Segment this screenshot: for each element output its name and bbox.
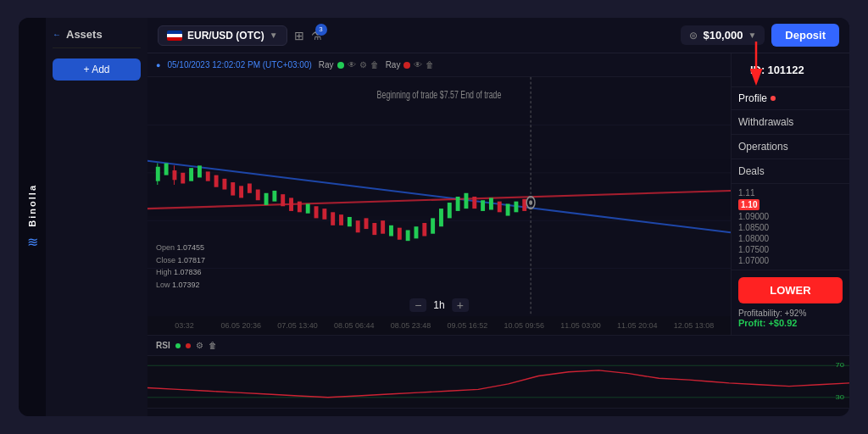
svg-rect-21 (256, 190, 260, 201)
sidebar: ← Assets + Add (46, 18, 147, 416)
profile-status-dot (771, 96, 776, 101)
svg-rect-18 (231, 182, 235, 196)
high-value: 1.07836 (174, 268, 202, 276)
main-column: EUR/USD (OTC) ▼ ⊞ ⚗ 3 ⊜ $10,000 ▼ Deposi… (147, 18, 849, 416)
svg-rect-44 (448, 203, 452, 218)
asset-name: EUR/USD (OTC) (187, 30, 264, 42)
svg-rect-35 (372, 223, 376, 235)
svg-rect-39 (406, 230, 410, 241)
current-price-badge: 1.10 (738, 199, 760, 210)
xaxis-label-7: 11.05 03:00 (553, 321, 609, 330)
ohlc-display: Open 1.07455 Close 1.07817 High 1.07836 … (156, 242, 205, 291)
ray2-label: Ray (386, 60, 401, 70)
price-09000: 1.09000 (738, 211, 843, 222)
svg-rect-38 (398, 228, 402, 240)
svg-text:30: 30 (836, 393, 845, 401)
id-display: ID: 101122 (738, 58, 843, 81)
xaxis-label-0: 03:32 (156, 321, 213, 330)
xaxis-label-9: 12.05 13:08 (665, 321, 722, 330)
svg-rect-27 (306, 203, 310, 213)
svg-rect-49 (489, 198, 493, 209)
operations-menu-item[interactable]: Operations (732, 135, 849, 159)
lower-button[interactable]: LOWER (738, 277, 843, 303)
chart-type-icon[interactable]: ⊞ (294, 29, 304, 42)
ray2-red-dot (403, 62, 410, 69)
candlestick-chart: Beginning of trade $7.57 End of trade (147, 77, 731, 316)
xaxis-label-6: 10.05 09:56 (496, 321, 553, 330)
time-controls: − 1h + (409, 298, 469, 312)
time-plus-button[interactable]: + (452, 298, 469, 312)
indicator-badge: 3 (315, 24, 327, 36)
dropdown-arrow-icon: ▼ (270, 31, 278, 40)
right-panel: ID: 101122 Profile Withdrawals Operation… (731, 53, 849, 335)
svg-rect-9 (164, 164, 169, 175)
rsi-green-dot (175, 343, 181, 348)
withdrawals-menu-item[interactable]: Withdrawals (732, 110, 849, 135)
svg-rect-19 (239, 186, 243, 198)
sidebar-title: Assets (66, 28, 103, 41)
brand-bar: Binolla ≋ (19, 18, 46, 416)
ray1-eye-icon[interactable]: 👁 (348, 60, 356, 70)
portfolio-section: Portfolio No open trades (147, 408, 849, 416)
svg-rect-13 (189, 168, 193, 181)
svg-rect-52 (514, 202, 518, 213)
svg-rect-42 (431, 218, 435, 233)
rsi-red-dot (186, 343, 191, 348)
rsi-bar: RSI ⚙ 🗑 (147, 336, 849, 356)
ray2-eye-icon[interactable]: 👁 (414, 60, 422, 70)
time-minus-button[interactable]: − (409, 298, 426, 312)
svg-rect-34 (364, 218, 369, 229)
balance-display[interactable]: ⊜ $10,000 ▼ (681, 25, 765, 45)
chart-svg-area: Beginning of trade $7.57 End of trade Op… (147, 77, 731, 316)
ray1-settings-icon[interactable]: ⚙ (359, 60, 367, 70)
sidebar-header: ← Assets (53, 28, 141, 48)
svg-rect-47 (472, 197, 476, 209)
asset-selector[interactable]: EUR/USD (OTC) ▼ (158, 25, 287, 46)
svg-rect-17 (222, 179, 226, 190)
profile-label: Profile (738, 92, 767, 104)
price-07000: 1.07000 (738, 255, 843, 266)
svg-rect-28 (314, 206, 319, 218)
xaxis-label-2: 07.05 13:40 (270, 321, 326, 330)
svg-rect-32 (348, 217, 352, 226)
svg-rect-51 (506, 203, 510, 215)
svg-rect-20 (248, 183, 252, 192)
svg-rect-53 (522, 199, 526, 211)
svg-rect-29 (322, 209, 326, 220)
id-section: ID: 101122 (732, 53, 849, 87)
chart-area: ● 05/10/2023 12:02:02 PM (UTC+03:00) Ray… (147, 53, 731, 335)
svg-rect-45 (456, 197, 460, 211)
xaxis-label-3: 08.05 06:44 (326, 321, 382, 330)
svg-rect-37 (389, 225, 393, 236)
sidebar-arrow-icon: ← (53, 30, 61, 39)
svg-rect-15 (206, 171, 210, 181)
ray1-delete-icon[interactable]: 🗑 (370, 60, 379, 70)
profile-menu-item[interactable]: Profile (732, 87, 849, 110)
id-value: 101122 (767, 64, 804, 76)
price-1: 1.11 (738, 187, 843, 198)
indicator-icon[interactable]: ⚗ 3 (311, 29, 322, 42)
svg-line-5 (147, 191, 731, 209)
rsi-svg: 70 30 (147, 356, 849, 408)
price-08500: 1.08500 (738, 222, 843, 233)
deposit-button[interactable]: Deposit (771, 24, 839, 47)
svg-rect-14 (198, 165, 202, 177)
price-07500: 1.07500 (738, 244, 843, 255)
price-levels: 1.11 1.10 1.09000 1.08500 1.08000 1.0750… (732, 184, 849, 270)
rsi-chart: 70 30 (147, 356, 849, 408)
xaxis-label-4: 08.05 23:48 (382, 321, 439, 330)
id-label: ID: (750, 64, 765, 76)
rsi-settings-icon[interactable]: ⚙ (196, 341, 203, 350)
rsi-delete-icon[interactable]: 🗑 (209, 341, 217, 350)
svg-text:Beginning of trade $7.57 End o: Beginning of trade $7.57 End of trade (377, 89, 502, 101)
low-value: 1.07392 (172, 281, 200, 289)
svg-rect-31 (339, 214, 343, 225)
svg-text:70: 70 (836, 361, 845, 369)
ray2-delete-icon[interactable]: 🗑 (426, 60, 434, 70)
open-value: 1.07455 (177, 243, 205, 252)
lower-section: LOWER Profitability: +92% Profit: +$0.92 (732, 270, 849, 335)
deals-menu-item[interactable]: Deals (732, 159, 849, 184)
svg-rect-41 (422, 223, 426, 236)
add-asset-button[interactable]: + Add (53, 58, 141, 81)
svg-rect-26 (298, 202, 302, 213)
